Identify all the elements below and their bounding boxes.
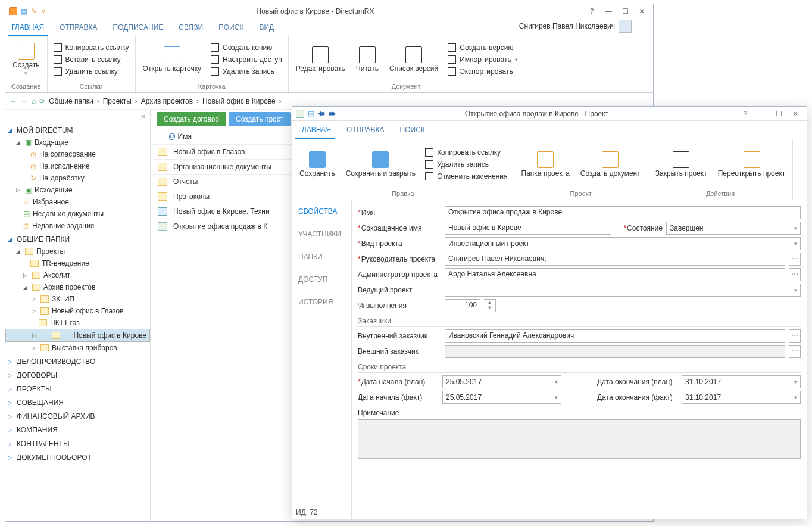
dlg-tab-search[interactable]: ПОИСК bbox=[396, 122, 429, 139]
nav-fav[interactable]: ☆Избранное bbox=[5, 196, 150, 208]
dstartp-input[interactable]: 25.05.2017▾ bbox=[442, 375, 561, 388]
name-input[interactable]: Открытие офиса продаж в Кирове bbox=[445, 206, 801, 219]
dlg-help-button[interactable]: ? bbox=[738, 108, 753, 119]
extc-input[interactable] bbox=[445, 345, 785, 358]
vtab-properties[interactable]: СВОЙСТВА bbox=[292, 200, 351, 223]
vtab-participants[interactable]: УЧАСТНИКИ bbox=[292, 223, 351, 245]
collapse-icon[interactable]: « bbox=[141, 112, 145, 120]
nav-outbox[interactable]: ▷▣Исходящие bbox=[5, 184, 150, 196]
vtab-access[interactable]: ДОСТУП bbox=[292, 268, 351, 291]
save-close-button[interactable]: Сохранить и закрыть bbox=[342, 150, 419, 179]
create-simple-button[interactable]: Создать прост bbox=[229, 112, 291, 126]
maximize-button[interactable]: ☐ bbox=[617, 6, 633, 17]
extc-picker[interactable]: ⋯ bbox=[789, 345, 801, 358]
nav-expo[interactable]: ▷Выставка приборов bbox=[5, 342, 150, 354]
nav-glazov[interactable]: ▷Новый офис в Глазов bbox=[5, 305, 150, 317]
tab-sign[interactable]: ПОДПИСАНИЕ bbox=[110, 20, 167, 36]
nav-recent-docs[interactable]: ▤Недавние документы bbox=[5, 208, 150, 220]
short-input[interactable]: Новый офис в Кирове bbox=[445, 222, 611, 235]
qat-save-icon[interactable]: ▤ bbox=[21, 7, 27, 15]
help-button[interactable]: ? bbox=[584, 6, 599, 17]
crumb-2[interactable]: Архив проектов bbox=[141, 97, 193, 105]
open-card-button[interactable]: Открыть карточку bbox=[139, 45, 205, 74]
pct-input[interactable]: 100 bbox=[445, 299, 480, 312]
nav-rework[interactable]: ↻На доработку bbox=[5, 172, 150, 184]
crumb-0[interactable]: Общие папки bbox=[49, 97, 93, 105]
dlg-copy-link-button[interactable]: Копировать ссылку bbox=[423, 147, 510, 158]
crumb-3[interactable]: Новый офис в Кирове bbox=[202, 97, 276, 105]
nav-aksolit[interactable]: ▷Аксолит bbox=[5, 269, 150, 281]
dlg-delete-record-button[interactable]: Удалить запись bbox=[423, 159, 510, 170]
dendf-input[interactable]: 31.10.2017▾ bbox=[682, 391, 801, 404]
create-contract-button[interactable]: Создать договор bbox=[157, 112, 226, 126]
qat-new-icon[interactable]: ✧ bbox=[40, 7, 46, 15]
create-button[interactable]: Создать▾ bbox=[9, 42, 43, 77]
tab-main[interactable]: ГЛАВНАЯ bbox=[8, 20, 48, 36]
nav-company[interactable]: ▷КОМПАНИЯ bbox=[5, 422, 150, 436]
nav-execute[interactable]: ◷На исполнение bbox=[5, 160, 150, 172]
save-button[interactable]: Сохранить bbox=[296, 150, 339, 179]
note-textarea[interactable] bbox=[358, 419, 801, 459]
nav-soveshch[interactable]: ▷СОВЕЩАНИЯ bbox=[5, 395, 150, 409]
nav-projects[interactable]: ◢Проекты bbox=[5, 245, 150, 257]
dlg-close-button[interactable]: ✕ bbox=[788, 108, 803, 119]
refresh-icon[interactable]: ⟳ bbox=[39, 97, 45, 105]
delete-link-button[interactable]: Удалить ссылку bbox=[51, 66, 132, 77]
dlg-tab-send[interactable]: ОТПРАВКА bbox=[343, 122, 388, 139]
admin-picker[interactable]: ⋯ bbox=[789, 268, 801, 281]
nav-archive[interactable]: ◢Архив проектов bbox=[5, 281, 150, 293]
close-button[interactable]: ✕ bbox=[634, 6, 649, 17]
vtab-history[interactable]: ИСТОРИЯ bbox=[292, 291, 351, 313]
nav-pktt[interactable]: ПКТТ газ bbox=[5, 317, 150, 329]
lead-picker[interactable]: ⋯ bbox=[789, 253, 801, 266]
tab-links[interactable]: СВЯЗИ bbox=[175, 20, 207, 36]
intc-input[interactable]: Ивановский Геннадий Александрович bbox=[445, 329, 785, 343]
create-doc-button[interactable]: Создать документ bbox=[577, 150, 644, 179]
dlg-minimize-button[interactable]: — bbox=[754, 108, 770, 119]
vtab-folders[interactable]: ПАПКИ bbox=[292, 245, 351, 268]
intc-picker[interactable]: ⋯ bbox=[789, 329, 801, 343]
home-icon[interactable]: ⌂ bbox=[32, 97, 36, 105]
state-select[interactable]: Завершен▾ bbox=[666, 222, 801, 235]
nav-dogovory[interactable]: ▷ДОГОВОРЫ bbox=[5, 368, 150, 381]
tab-view[interactable]: ВИД bbox=[255, 20, 277, 36]
tab-search[interactable]: ПОИСК bbox=[215, 20, 247, 36]
lead-input[interactable]: Снигирев Павел Николаевич; bbox=[445, 253, 785, 266]
qat-edit-icon[interactable]: ✎ bbox=[31, 7, 37, 15]
minimize-button[interactable]: — bbox=[601, 6, 616, 17]
create-copy-button[interactable]: Создать копию bbox=[208, 42, 285, 53]
qat-save-icon[interactable]: ▤ bbox=[308, 110, 314, 118]
dlg-maximize-button[interactable]: ☐ bbox=[771, 108, 786, 119]
paste-link-button[interactable]: Вставить ссылку bbox=[51, 54, 132, 65]
current-user[interactable]: Снигирев Павел Николаевич bbox=[519, 20, 632, 33]
nav-shared[interactable]: ◢ОБЩИЕ ПАПКИ bbox=[5, 232, 150, 245]
nav-deloproiz[interactable]: ▷ДЕЛОПРОИЗВОДСТВО bbox=[5, 354, 150, 368]
project-folder-button[interactable]: Папка проекта bbox=[518, 150, 573, 179]
nav-docflow[interactable]: ▷ДОКУМЕНТООБОРОТ bbox=[5, 450, 150, 463]
back-icon[interactable]: ← bbox=[10, 97, 17, 105]
dendp-input[interactable]: 31.10.2017▾ bbox=[682, 375, 801, 388]
crumb-1[interactable]: Проекты bbox=[103, 97, 132, 105]
nav-proekty[interactable]: ▷ПРОЕКТЫ bbox=[5, 381, 150, 395]
copy-link-button[interactable]: Копировать ссылку bbox=[51, 42, 132, 53]
qat-back-icon[interactable]: 🡄 bbox=[318, 110, 325, 118]
nav-contragents[interactable]: ▷КОНТРАГЕНТЫ bbox=[5, 436, 150, 450]
tab-send[interactable]: ОТПРАВКА bbox=[56, 20, 101, 36]
nav-inbox[interactable]: ◢▣Входящие bbox=[5, 136, 150, 148]
nav-tr[interactable]: TR-внедрение bbox=[5, 257, 150, 269]
delete-record-button[interactable]: Удалить запись bbox=[208, 66, 285, 77]
forward-icon[interactable]: → bbox=[21, 97, 28, 105]
qat-forward-icon[interactable]: 🡆 bbox=[329, 110, 336, 118]
reopen-project-button[interactable]: Переоткрыть проект bbox=[714, 150, 789, 179]
dstartf-input[interactable]: 25.05.2017▾ bbox=[442, 391, 561, 404]
nav-zkip[interactable]: ▷ЗК_ИП bbox=[5, 293, 150, 305]
admin-input[interactable]: Ардо Наталья Алексеевна bbox=[445, 268, 785, 281]
pct-spinner[interactable]: ▲▼ bbox=[484, 299, 496, 312]
nav-mydirectum[interactable]: ◢МОЙ DIRECTUM bbox=[5, 123, 150, 136]
nav-recent-tasks[interactable]: ◷Недавние задания bbox=[5, 220, 150, 232]
nav-approval[interactable]: ◷На согласование bbox=[5, 148, 150, 160]
nav-finarchive[interactable]: ▷ФИНАНСОВЫЙ АРХИВ bbox=[5, 409, 150, 422]
nav-kirov[interactable]: ▷Новый офис в Кирове bbox=[5, 329, 150, 342]
parent-select[interactable]: ▾ bbox=[445, 284, 801, 297]
kind-select[interactable]: Инвестиционный проект▾ bbox=[445, 237, 801, 250]
